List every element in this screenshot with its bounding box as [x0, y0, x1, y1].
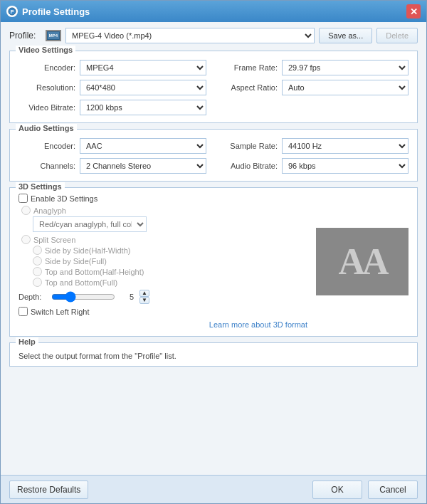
- anaglyph-type-select[interactable]: Red/cyan anaglyph, full color: [33, 216, 147, 232]
- video-settings-grid: Encoder: MPEG4 H.264 H.265 Frame Rate:: [19, 60, 408, 115]
- depth-decrement-button[interactable]: ▼: [139, 297, 149, 304]
- frame-rate-control: 29.97 fps 25 fps 30 fps: [282, 60, 408, 75]
- audio-bitrate-select[interactable]: 96 kbps 128 kbps 192 kbps: [282, 158, 408, 174]
- profile-label: Profile:: [9, 31, 41, 41]
- ok-button[interactable]: OK: [312, 481, 362, 499]
- side-by-side-half-radio[interactable]: [33, 246, 42, 255]
- profile-icon: MP4: [46, 30, 61, 41]
- enable-3d-row: Enable 3D Settings: [19, 194, 307, 203]
- main-content: Profile: MP4 MPEG-4 Video (*.mp4) Save a…: [1, 22, 426, 475]
- video-bitrate-label: Video Bitrate:: [19, 103, 75, 112]
- depth-label: Depth:: [19, 293, 47, 301]
- top-bottom-full-label[interactable]: Top and Bottom(Full): [45, 278, 117, 287]
- restore-defaults-button[interactable]: Restore Defaults: [9, 481, 88, 499]
- depth-row: Depth: 5 ▲ ▼: [19, 290, 307, 304]
- help-title: Help: [16, 337, 38, 346]
- footer: Restore Defaults OK Cancel: [1, 475, 426, 503]
- depth-increment-button[interactable]: ▲: [139, 290, 149, 297]
- aspect-ratio-select[interactable]: Auto 4:3 16:9: [282, 80, 408, 95]
- encoder-select[interactable]: MPEG4 H.264 H.265: [80, 60, 206, 75]
- profile-select[interactable]: MPEG-4 Video (*.mp4): [65, 28, 315, 43]
- footer-left: Restore Defaults: [9, 481, 312, 499]
- delete-button[interactable]: Delete: [376, 28, 418, 43]
- encoder-label: Encoder:: [19, 63, 75, 72]
- audio-encoder-select[interactable]: AAC MP3 AC3: [80, 138, 206, 154]
- sample-rate-label: Sample Rate:: [221, 142, 278, 150]
- aspect-ratio-label: Aspect Ratio:: [221, 83, 278, 92]
- sample-rate-control: 44100 Hz 22050 Hz 48000 Hz: [282, 138, 408, 154]
- split-screen-row: Split Screen: [19, 235, 307, 244]
- audio-encoder-label: Encoder:: [19, 142, 75, 150]
- anaglyph-radio[interactable]: [21, 206, 31, 215]
- channels-label: Channels:: [19, 162, 75, 170]
- learn-more-row: Learn more about 3D format: [19, 320, 307, 329]
- anaglyph-row: Anaglyph: [19, 206, 307, 215]
- video-bitrate-select[interactable]: 1200 kbps 800 kbps 2000 kbps: [80, 100, 206, 115]
- resolution-label: Resolution:: [19, 83, 75, 92]
- audio-settings-grid: Encoder: AAC MP3 AC3 Sample Rate: 44100 …: [19, 138, 408, 174]
- audio-bitrate-row: Audio Bitrate: 96 kbps 128 kbps 192 kbps: [221, 158, 408, 174]
- resolution-control: 640*480 1280*720 1920*1080: [80, 80, 206, 95]
- channels-row: Channels: 2 Channels Stereo 1 Channel Mo…: [19, 158, 206, 174]
- audio-bitrate-control: 96 kbps 128 kbps 192 kbps: [282, 158, 408, 174]
- side-by-side-full-radio[interactable]: [33, 256, 42, 266]
- split-screen-label[interactable]: Split Screen: [33, 236, 75, 244]
- help-section: Help Select the output format from the "…: [9, 342, 418, 367]
- 3d-settings-section: 3D Settings Enable 3D Settings Anaglyph …: [9, 187, 418, 337]
- profile-icon-text: MP4: [49, 33, 58, 38]
- video-bitrate-control: 1200 kbps 800 kbps 2000 kbps: [80, 100, 206, 115]
- switch-left-right-checkbox[interactable]: [19, 307, 28, 316]
- video-bitrate-row: Video Bitrate: 1200 kbps 800 kbps 2000 k…: [19, 100, 206, 115]
- top-bottom-half-label[interactable]: Top and Bottom(Half-Height): [45, 268, 144, 276]
- encoder-control: MPEG4 H.264 H.265: [80, 60, 206, 75]
- depth-value: 5: [120, 293, 134, 301]
- enable-3d-checkbox[interactable]: [19, 194, 28, 203]
- anaglyph-label[interactable]: Anaglyph: [33, 206, 66, 215]
- side-by-side-half-label[interactable]: Side by Side(Half-Width): [45, 246, 130, 255]
- save-as-button[interactable]: Save as...: [319, 28, 372, 43]
- top-bottom-full-radio[interactable]: [33, 278, 42, 287]
- window-icon: P: [6, 6, 18, 17]
- audio-settings-title: Audio Settings: [16, 124, 77, 132]
- side-by-side-full-row: Side by Side(Full): [19, 256, 307, 266]
- aspect-ratio-control: Auto 4:3 16:9: [282, 80, 408, 95]
- profile-settings-window: P Profile Settings ✕ Profile: MP4 MPEG-4…: [0, 0, 427, 504]
- frame-rate-select[interactable]: 29.97 fps 25 fps 30 fps: [282, 60, 408, 75]
- aa-preview-text: AA: [338, 241, 386, 283]
- top-bottom-full-row: Top and Bottom(Full): [19, 278, 307, 287]
- encoder-row: Encoder: MPEG4 H.264 H.265: [19, 60, 206, 75]
- audio-encoder-control: AAC MP3 AC3: [80, 138, 206, 154]
- enable-3d-label[interactable]: Enable 3D Settings: [31, 194, 97, 203]
- sample-rate-select[interactable]: 44100 Hz 22050 Hz 48000 Hz: [282, 138, 408, 154]
- audio-bitrate-label: Audio Bitrate:: [221, 162, 278, 170]
- window-title: Profile Settings: [22, 6, 406, 17]
- depth-spinner: ▲ ▼: [139, 290, 149, 304]
- side-by-side-full-label[interactable]: Side by Side(Full): [45, 257, 107, 266]
- close-button[interactable]: ✕: [406, 4, 421, 19]
- learn-more-link[interactable]: Learn more about 3D format: [209, 320, 307, 329]
- switch-left-right-label[interactable]: Switch Left Right: [31, 308, 90, 316]
- frame-rate-row: Frame Rate: 29.97 fps 25 fps 30 fps: [221, 60, 408, 75]
- resolution-select[interactable]: 640*480 1280*720 1920*1080: [80, 80, 206, 95]
- split-screen-radio[interactable]: [21, 235, 31, 244]
- resolution-row: Resolution: 640*480 1280*720 1920*1080: [19, 80, 206, 95]
- side-by-side-half-row: Side by Side(Half-Width): [19, 246, 307, 255]
- switch-left-right-row: Switch Left Right: [19, 307, 307, 316]
- cancel-button[interactable]: Cancel: [368, 481, 418, 499]
- 3d-settings-left: Enable 3D Settings Anaglyph Red/cyan ana…: [19, 194, 307, 329]
- sample-rate-row: Sample Rate: 44100 Hz 22050 Hz 48000 Hz: [221, 138, 408, 154]
- footer-right: OK Cancel: [312, 481, 418, 499]
- top-bottom-half-row: Top and Bottom(Half-Height): [19, 267, 307, 276]
- top-bottom-half-radio[interactable]: [33, 267, 42, 276]
- video-settings-title: Video Settings: [16, 46, 75, 54]
- audio-settings-section: Audio Settings Encoder: AAC MP3 AC3 Samp…: [9, 129, 418, 182]
- 3d-settings-title: 3D Settings: [16, 182, 65, 191]
- video-settings-section: Video Settings Encoder: MPEG4 H.264 H.26…: [9, 51, 418, 123]
- help-text: Select the output format from the "Profi…: [19, 352, 408, 360]
- audio-encoder-row: Encoder: AAC MP3 AC3: [19, 138, 206, 154]
- 3d-preview: AA: [316, 194, 408, 329]
- channels-select[interactable]: 2 Channels Stereo 1 Channel Mono: [80, 158, 206, 174]
- aa-preview-box: AA: [316, 228, 408, 295]
- depth-slider[interactable]: [51, 291, 115, 303]
- titlebar: P Profile Settings ✕: [1, 1, 426, 22]
